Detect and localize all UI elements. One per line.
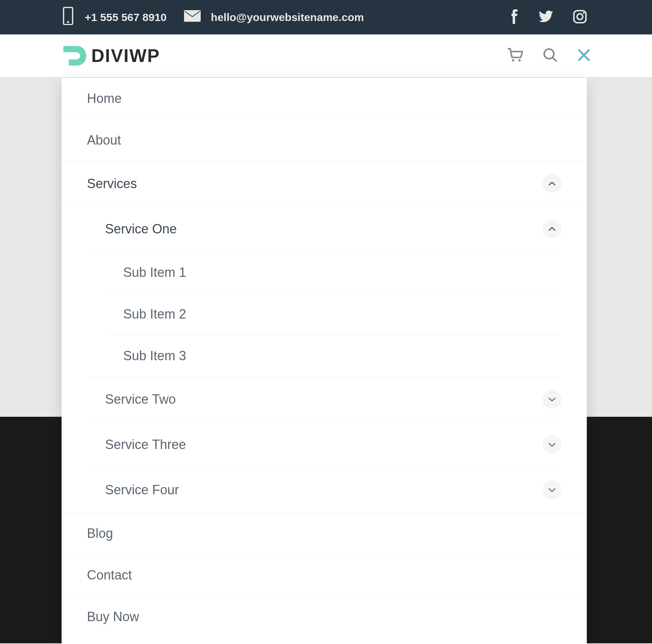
menu-item-service-three[interactable]: Service Three — [87, 422, 561, 468]
close-menu-icon[interactable] — [577, 49, 590, 63]
mail-icon — [184, 10, 201, 24]
expand-service-two-icon[interactable] — [543, 390, 561, 409]
menu-item-service-two[interactable]: Service Two — [87, 377, 561, 422]
menu-label-blog: Blog — [87, 526, 113, 541]
svg-line-9 — [553, 58, 556, 61]
menu-label-contact: Contact — [87, 568, 132, 583]
svg-point-4 — [577, 14, 583, 20]
menu-label-service-one: Service One — [105, 221, 177, 237]
menu-item-sub-1[interactable]: Sub Item 1 — [105, 252, 561, 294]
expand-service-three-icon[interactable] — [543, 435, 561, 454]
menu-label-service-three: Service Three — [105, 437, 186, 452]
topbar-left: +1 555 567 8910 hello@yourwebsitename.co… — [62, 7, 364, 28]
logo-mark-icon — [62, 43, 87, 68]
cart-icon[interactable] — [508, 48, 523, 64]
menu-item-about[interactable]: About — [62, 120, 587, 161]
main-header: DIVIWP — [0, 34, 652, 78]
service-one-submenu: Sub Item 1 Sub Item 2 Sub Item 3 — [105, 252, 561, 377]
logo-text-part1: DIVI — [91, 46, 129, 66]
collapse-service-one-icon[interactable] — [543, 220, 561, 238]
topbar: +1 555 567 8910 hello@yourwebsitename.co… — [0, 0, 652, 34]
svg-point-6 — [512, 59, 514, 61]
mobile-menu: Home About Services Service One — [62, 78, 587, 644]
social-links — [511, 9, 590, 25]
instagram-icon[interactable] — [573, 10, 587, 25]
svg-rect-2 — [184, 10, 201, 22]
menu-item-services[interactable]: Services — [62, 161, 587, 207]
facebook-icon[interactable] — [511, 9, 519, 25]
services-submenu: Service One Sub Item 1 Sub Item 2 — [87, 207, 561, 512]
menu-label-sub-1: Sub Item 1 — [123, 265, 186, 280]
email-link[interactable]: hello@yourwebsitename.com — [184, 10, 364, 24]
menu-item-blog[interactable]: Blog — [62, 512, 587, 554]
svg-point-1 — [67, 21, 69, 23]
phone-number: +1 555 567 8910 — [85, 11, 167, 24]
search-icon[interactable] — [543, 48, 557, 64]
collapse-services-icon[interactable] — [543, 174, 561, 193]
svg-point-5 — [583, 12, 585, 14]
svg-point-7 — [518, 59, 521, 61]
logo-text: DIVIWP — [91, 45, 160, 66]
phone-link[interactable]: +1 555 567 8910 — [62, 7, 167, 28]
logo[interactable]: DIVIWP — [62, 43, 160, 68]
menu-label-sub-2: Sub Item 2 — [123, 307, 186, 322]
header-actions — [508, 48, 590, 64]
menu-item-service-four[interactable]: Service Four — [87, 468, 561, 512]
menu-label-service-two: Service Two — [105, 392, 176, 407]
menu-item-buy-now[interactable]: Buy Now — [62, 596, 587, 637]
phone-icon — [62, 7, 75, 28]
email-address: hello@yourwebsitename.com — [211, 11, 364, 24]
menu-item-contact[interactable]: Contact — [62, 554, 587, 596]
content-area: Home About Services Service One — [0, 78, 652, 643]
menu-item-home[interactable]: Home — [62, 78, 587, 120]
menu-label-sub-3: Sub Item 3 — [123, 348, 186, 363]
menu-item-sub-2[interactable]: Sub Item 2 — [105, 294, 561, 335]
logo-text-part2: WP — [129, 46, 160, 66]
menu-item-sub-3[interactable]: Sub Item 3 — [105, 335, 561, 377]
menu-label-buy-now: Buy Now — [87, 609, 139, 624]
twitter-icon[interactable] — [539, 11, 553, 24]
menu-label-service-four: Service Four — [105, 482, 179, 498]
menu-label-home: Home — [87, 91, 122, 106]
menu-label-services: Services — [87, 176, 137, 191]
menu-label-about: About — [87, 133, 121, 148]
menu-item-service-one[interactable]: Service One — [87, 207, 561, 252]
expand-service-four-icon[interactable] — [543, 481, 561, 499]
